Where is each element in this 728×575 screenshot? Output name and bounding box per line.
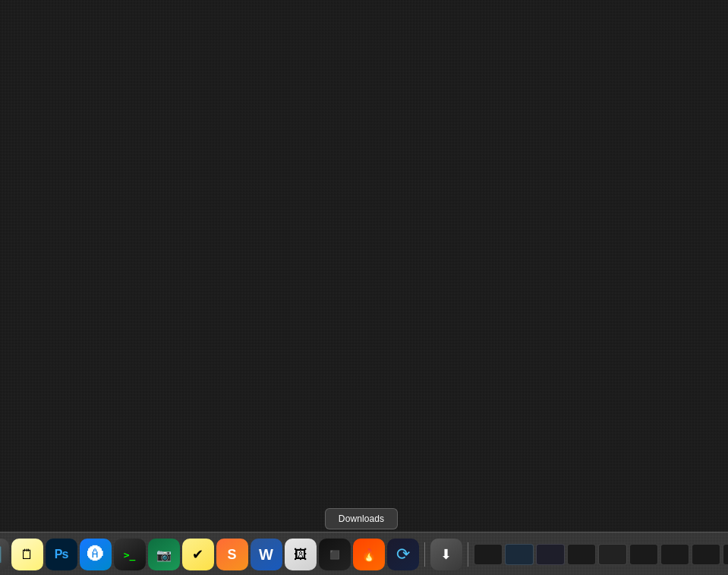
dock-icon-calculator[interactable]: 🔢 — [0, 539, 9, 570]
dock-icon-photoshop[interactable]: Ps — [46, 539, 77, 570]
dock-icon-activity-monitor[interactable]: ⬛ — [319, 539, 351, 570]
dock-icon-appstore[interactable]: 🅐 — [80, 539, 112, 570]
dock-thumb-4[interactable] — [567, 544, 596, 565]
dock-icon-gyroflow[interactable]: ⟳ — [387, 539, 419, 570]
dock-thumb-8[interactable] — [692, 544, 720, 565]
dock-separator-2 — [468, 542, 468, 567]
dock-icon-word[interactable]: W — [251, 539, 282, 570]
dock-icon-stickies[interactable]: 🗒 — [11, 539, 43, 570]
dock-thumb-6[interactable] — [629, 544, 658, 565]
dock-thumb-2[interactable] — [505, 544, 534, 565]
dock-thumb-3[interactable] — [536, 544, 565, 565]
dock-thumb-1[interactable] — [474, 544, 503, 565]
dock-thumb-7[interactable] — [660, 544, 689, 565]
dock: 🔢 🗒 Ps 🅐 >_ 📷 ✔ — [0, 532, 728, 575]
dock-separator — [424, 542, 425, 567]
dock-thumb-5[interactable] — [598, 544, 627, 565]
dock-icon-terminal[interactable]: >_ — [114, 539, 146, 570]
downloads-tooltip: Downloads — [325, 508, 398, 529]
dock-icon-screenshot[interactable]: 📷 — [148, 539, 180, 570]
tooltip-text: Downloads — [339, 513, 384, 524]
dock-icon-taskheat[interactable]: 🔥 — [353, 539, 385, 570]
dock-container: 🔢 🗒 Ps 🅐 >_ 📷 ✔ — [0, 532, 728, 575]
desktop: Downloads 🔢 🗒 Ps 🅐 >_ — [0, 0, 728, 575]
dock-icon-taskpaper[interactable]: ✔ — [182, 539, 214, 570]
dock-icon-preview[interactable]: 🖼 — [285, 539, 317, 570]
dock-icon-downloads[interactable]: ⬇ — [430, 539, 462, 570]
dock-thumb-9[interactable] — [723, 544, 729, 565]
dock-icon-sublime[interactable]: S — [216, 539, 248, 570]
